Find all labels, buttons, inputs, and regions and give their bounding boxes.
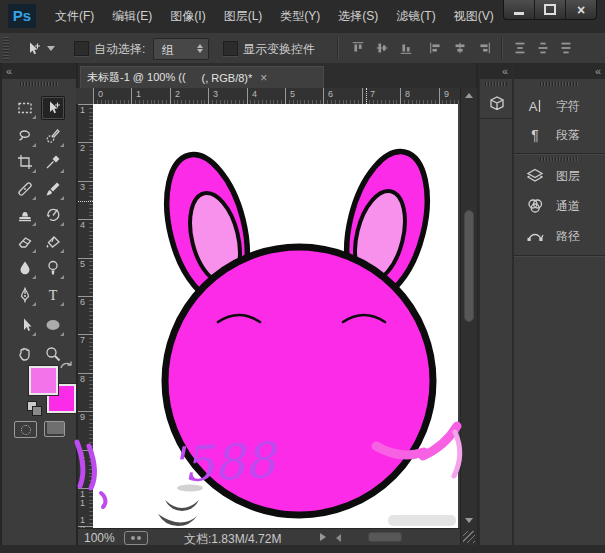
collapse-panel-icon[interactable]: « (6, 66, 12, 76)
canvas-artwork: '588 (93, 104, 458, 528)
align-bottom-edges-icon[interactable] (398, 40, 416, 58)
character-icon: A (526, 97, 546, 117)
paths-panel-button[interactable]: 路径 (514, 223, 605, 250)
menu-select[interactable]: 选择(S) (329, 8, 387, 25)
gray-shape (158, 514, 197, 526)
menu-view[interactable]: 视图(V) (445, 8, 503, 25)
ruler-number: 3 (213, 89, 218, 99)
tool-preset-caret-icon[interactable] (47, 46, 55, 51)
tool-ellipse-shape[interactable] (41, 313, 65, 337)
align-left-edges-icon[interactable] (428, 40, 446, 58)
tool-brush[interactable] (41, 177, 65, 201)
tab-close-icon[interactable]: × (260, 71, 267, 85)
panel-gripper[interactable] (540, 157, 578, 161)
menu-file[interactable]: 文件(F) (46, 8, 103, 25)
character-panel-button[interactable]: A 字符 (514, 93, 605, 120)
photoshop-window: Ps 文件(F) 编辑(E) 图像(I) 图层(L) 类型(Y) 选择(S) 滤… (0, 0, 605, 553)
options-gripper[interactable] (3, 36, 9, 60)
menu-image[interactable]: 图像(I) (161, 8, 214, 25)
vertical-scrollbar[interactable] (460, 88, 477, 545)
scroll-up-icon[interactable] (465, 93, 473, 98)
tool-blur[interactable] (13, 256, 37, 280)
tool-history-brush[interactable] (41, 203, 65, 227)
menu-items: 文件(F) 编辑(E) 图像(I) 图层(L) 类型(Y) 选择(S) 滤镜(T… (46, 0, 503, 33)
gray-shape (165, 500, 199, 511)
status-flyout-icon[interactable] (320, 533, 326, 541)
menu-filter[interactable]: 滤镜(T) (387, 8, 444, 25)
ruler-number: 3 (80, 183, 88, 192)
close-icon: × (577, 3, 585, 17)
tool-type[interactable]: T (41, 283, 65, 307)
status-profile-icon[interactable] (124, 531, 148, 545)
ruler-number: 11 (80, 490, 88, 508)
distribute-vertical-centers-icon[interactable] (535, 40, 553, 58)
vertical-scrollbar-thumb[interactable] (464, 210, 474, 322)
distribute-top-icon[interactable] (512, 40, 530, 58)
ps-logo: Ps (8, 4, 36, 28)
tool-crop[interactable] (13, 150, 37, 174)
auto-select-value: 组 (162, 42, 174, 59)
character-label: 字符 (556, 98, 580, 115)
show-transform-checkbox[interactable] (223, 41, 238, 56)
close-button[interactable]: × (565, 0, 596, 19)
right-dock: « « A 字符 ¶ 段落 图层 通道 (478, 63, 605, 545)
document-title: 未标题-1 @ 100% (( (87, 70, 186, 85)
window-bottom-edge (0, 545, 605, 553)
collapse-dock-icon[interactable]: « (595, 66, 601, 76)
align-vertical-centers-icon[interactable] (374, 40, 392, 58)
auto-select-dropdown[interactable]: 组 (153, 38, 209, 60)
maximize-button[interactable] (534, 0, 565, 19)
panel-gripper[interactable] (485, 82, 507, 86)
tool-hand[interactable] (13, 342, 37, 366)
tool-move[interactable] (41, 96, 65, 120)
watermark-text: '588 (169, 431, 280, 493)
paths-icon (526, 227, 546, 247)
move-tool-preset-icon[interactable] (24, 40, 42, 58)
align-horizontal-centers-icon[interactable] (452, 40, 470, 58)
tool-dodge[interactable] (41, 256, 65, 280)
tool-eyedropper[interactable] (41, 150, 65, 174)
horizontal-scrollbar-thumb[interactable] (368, 532, 402, 542)
swap-colors-icon[interactable] (58, 359, 72, 373)
channels-panel-button[interactable]: 通道 (514, 193, 605, 220)
ruler-number: 5 (80, 260, 88, 269)
tool-pen[interactable] (13, 283, 37, 307)
tool-paint-bucket[interactable] (41, 230, 65, 254)
dropdown-spinner-icon (197, 43, 203, 54)
scroll-down-icon[interactable] (465, 518, 473, 523)
menu-type[interactable]: 类型(Y) (271, 8, 329, 25)
foreground-color-swatch[interactable] (29, 366, 58, 395)
document-tab[interactable]: 未标题-1 @ 100% (( (, RGB/8)* × (80, 66, 324, 88)
auto-select-checkbox[interactable] (74, 41, 89, 56)
tool-path-selection[interactable] (13, 313, 37, 337)
scroll-left-icon[interactable] (336, 534, 341, 542)
horizontal-ruler[interactable]: 0 1 2 3 4 5 6 7 8 9 (93, 88, 460, 105)
paragraph-panel-button[interactable]: ¶ 段落 (514, 122, 605, 149)
document-canvas[interactable]: '588 (93, 104, 458, 528)
cursor-position-marker (78, 201, 93, 203)
panel-gripper[interactable] (20, 82, 58, 86)
tool-rectangular-marquee[interactable] (13, 96, 37, 120)
minimize-button[interactable] (504, 0, 534, 19)
menu-edit[interactable]: 编辑(E) (103, 8, 161, 25)
dock-header: « (514, 63, 605, 79)
tool-clone-stamp[interactable] (13, 203, 37, 227)
tool-eraser[interactable] (13, 230, 37, 254)
collapse-dock-icon[interactable]: « (502, 66, 508, 76)
resize-grip[interactable] (463, 531, 475, 543)
tool-quick-selection[interactable] (41, 124, 65, 148)
align-right-edges-icon[interactable] (476, 40, 494, 58)
zoom-level-field[interactable]: 100% (84, 531, 115, 545)
tool-spot-healing-brush[interactable] (13, 177, 37, 201)
ruler-corner[interactable] (76, 88, 94, 105)
align-top-edges-icon[interactable] (350, 40, 368, 58)
distribute-bottom-icon[interactable] (558, 40, 576, 58)
screen-mode-button[interactable] (44, 421, 65, 437)
menu-layer[interactable]: 图层(L) (215, 8, 272, 25)
panel-gripper[interactable] (540, 82, 578, 86)
default-colors-icon[interactable] (32, 406, 42, 416)
tool-lasso[interactable] (13, 124, 37, 148)
quick-mask-button[interactable] (14, 421, 37, 438)
layers-panel-button[interactable]: 图层 (514, 163, 605, 190)
properties-panel-button[interactable] (480, 88, 512, 119)
